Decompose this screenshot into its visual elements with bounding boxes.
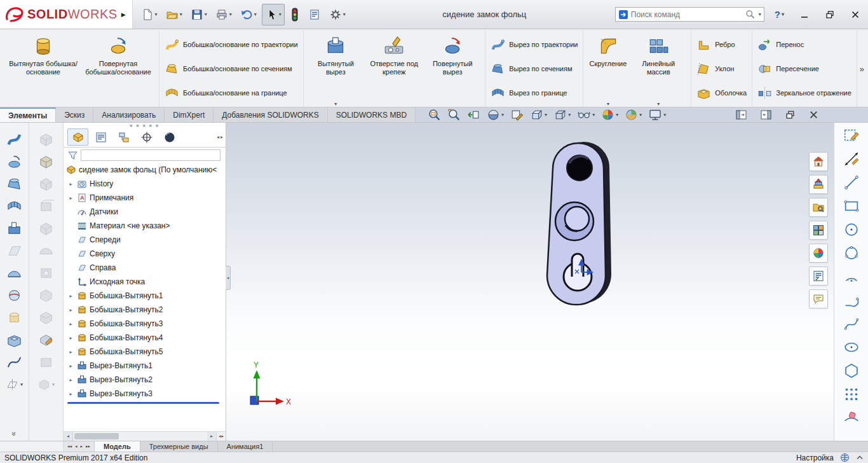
search-scope-icon[interactable] <box>618 10 628 20</box>
search-icon[interactable] <box>745 10 755 19</box>
chevron-down-icon[interactable]: ▾ <box>592 112 595 118</box>
wrap-icon[interactable] <box>6 287 23 304</box>
chevron-down-icon[interactable]: ▾ <box>568 112 571 118</box>
new-doc-button[interactable]: ▾ <box>138 4 161 25</box>
revolved-cut-button[interactable]: Повернутый вырез <box>423 31 482 107</box>
extruded-boss-button[interactable]: Вытянутая бобышка/основание <box>6 31 81 107</box>
shell-icon[interactable] <box>6 331 23 349</box>
options-button[interactable]: ▾ <box>326 4 349 25</box>
tree-item-cut-extrude3[interactable]: ▸ Вырез-Вытянуть3 <box>64 387 226 401</box>
boundary-boss-button[interactable]: Бобышка/основание на границе <box>165 82 298 104</box>
zoom-area-button[interactable] <box>447 108 461 122</box>
tab-scroll-right-icon[interactable]: ▸ <box>220 134 223 140</box>
tree-item-boss-extrude2[interactable]: ▸ Бобышка-Вытянуть2 <box>64 303 226 317</box>
sketch-icon[interactable] <box>842 126 861 145</box>
tree-item-boss-extrude1[interactable]: ▸ Бобышка-Вытянуть1 <box>64 289 226 303</box>
surface-cube-icon[interactable] <box>37 354 55 371</box>
move-button[interactable]: Перенос <box>757 34 851 55</box>
circle-icon[interactable] <box>842 220 861 239</box>
reference-geometry-icon[interactable]: ▾ <box>6 376 23 393</box>
comments-tab[interactable] <box>809 289 828 308</box>
tree-item-sensors[interactable]: Датчики <box>64 205 226 219</box>
scroll-left-icon[interactable]: ◂ <box>219 434 221 439</box>
corner-rectangle-icon[interactable] <box>842 197 861 216</box>
spline-icon[interactable] <box>842 314 861 333</box>
boundary-cut-button[interactable]: Вырез по границе <box>491 82 578 104</box>
edit-surface-pencil-icon[interactable] <box>37 331 55 349</box>
search-box[interactable]: ▾ <box>615 7 764 22</box>
chevron-down-icon[interactable]: ▾ <box>52 382 55 387</box>
tab-sketch[interactable]: Эскиз <box>56 107 93 122</box>
first-tab-icon[interactable]: ◂◂ <box>66 444 73 449</box>
tree-item-boss-extrude3[interactable]: ▸ Бобышка-Вытянуть3 <box>64 317 226 331</box>
surface-cube-icon[interactable] <box>37 309 55 326</box>
resources-home-tab[interactable] <box>809 152 828 171</box>
surface-cube-icon[interactable] <box>37 265 55 282</box>
customize-label[interactable]: Настройка <box>796 453 834 462</box>
tree-filter-input[interactable] <box>81 149 220 161</box>
toolbar-overflow-icon[interactable]: » <box>10 432 19 436</box>
section-view-button[interactable]: ▾ <box>486 108 505 122</box>
next-tab-icon[interactable]: ▸ <box>79 444 85 449</box>
display-style-button[interactable]: ▾ <box>529 108 548 122</box>
view-palette-tab[interactable] <box>809 221 828 240</box>
chevron-down-icon[interactable]: ▾ <box>663 112 666 118</box>
swept-boss-icon[interactable] <box>6 131 23 148</box>
tree-item-boss-extrude4[interactable]: ▸ Бобышка-Вытянуть4 <box>64 331 226 345</box>
tree-root-item[interactable]: сидение замок фольц (По умолчанию< <box>64 163 226 177</box>
tree-item-front-plane[interactable]: Спереди <box>64 233 226 247</box>
tree-item-history[interactable]: ▸ History <box>64 177 226 191</box>
surface-cube-icon[interactable] <box>37 220 55 237</box>
tab-animation1[interactable]: Анимация1 <box>218 441 273 452</box>
panel-collapse-handle[interactable]: ◂ <box>226 266 231 290</box>
view-settings-button[interactable]: ▾ <box>648 108 667 122</box>
surface-cube-icon[interactable] <box>37 242 55 259</box>
design-library-tab[interactable] <box>809 175 828 194</box>
scroll-right-icon[interactable]: ▸ <box>207 432 217 441</box>
smart-dimension-icon[interactable] <box>842 149 861 169</box>
search-input[interactable] <box>631 10 743 19</box>
expand-arrow-icon[interactable]: ▸ <box>67 307 74 313</box>
tab-dimxpert[interactable]: DimXpert <box>165 107 214 122</box>
surface-cube-icon[interactable] <box>37 153 55 170</box>
close-button[interactable] <box>843 5 868 24</box>
extruded-cut-icon[interactable] <box>6 220 23 237</box>
tree-item-cut-extrude2[interactable]: ▸ Вырез-Вытянуть2 <box>64 373 226 387</box>
rib-button[interactable]: Ребро <box>696 34 747 55</box>
scrollbar-track[interactable] <box>73 432 207 441</box>
trim-entities-icon[interactable] <box>842 408 861 427</box>
linear-pattern-button[interactable]: Линейный массив ▾ <box>629 31 688 107</box>
expand-arrow-icon[interactable]: ▸ <box>67 349 74 355</box>
undo-button[interactable]: ▾ <box>237 4 260 25</box>
propertymanager-tab[interactable] <box>90 128 111 146</box>
graphics-viewport[interactable]: Y X <box>226 123 834 441</box>
swept-cut-button[interactable]: Вырез по траектории <box>491 34 578 55</box>
chevron-down-icon[interactable]: ▾ <box>334 101 337 107</box>
chevron-down-icon[interactable]: ▾ <box>639 112 642 118</box>
expand-arrow-icon[interactable]: ▸ <box>67 321 74 327</box>
surface-cube-icon[interactable]: ▾ <box>37 376 55 393</box>
reference-triad[interactable]: Y X <box>244 359 296 410</box>
rebuild-button[interactable] <box>287 4 303 25</box>
surface-cube-icon[interactable] <box>37 131 55 148</box>
dome-icon[interactable] <box>6 265 23 282</box>
reference-plane-icon[interactable] <box>6 242 23 259</box>
surface-cube-icon[interactable] <box>37 198 55 215</box>
scrollbar-thumb[interactable] <box>74 433 119 439</box>
ellipse-icon[interactable] <box>842 338 861 357</box>
surface-cube-icon[interactable] <box>37 176 55 193</box>
chevron-down-icon[interactable]: ▾ <box>607 101 609 107</box>
tree-item-annotations[interactable]: ▸ A Примечания <box>64 191 226 205</box>
shell-button[interactable]: Оболочка <box>696 82 747 104</box>
mirror-button[interactable]: Зеркальное отражение <box>757 82 851 104</box>
draft-button[interactable]: Уклон <box>696 58 747 79</box>
apply-scene-button[interactable]: ▾ <box>624 108 642 122</box>
extruded-boss-icon[interactable] <box>6 309 23 326</box>
lofted-cut-button[interactable]: Вырез по сечениям <box>491 58 578 79</box>
tree-item-material[interactable]: Материал <не указан> <box>64 219 226 233</box>
boundary-boss-icon[interactable] <box>6 198 23 215</box>
toolbar-flyout-arrow-icon[interactable]: ▶ <box>121 11 126 18</box>
extruded-cut-button[interactable]: Вытянутый вырез ▾ <box>307 31 365 107</box>
expand-arrow-icon[interactable]: ▸ <box>67 293 74 299</box>
line-icon[interactable] <box>842 173 861 192</box>
